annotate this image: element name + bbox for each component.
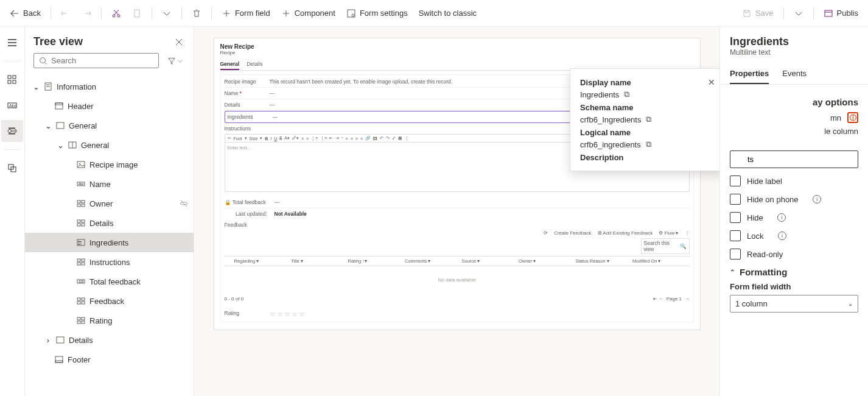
component-button[interactable]: Component xyxy=(276,5,340,22)
tree-item-instructions[interactable]: Instructions xyxy=(25,252,194,272)
col-status-reason[interactable]: Status Reason ▾ xyxy=(576,258,633,264)
tree-item-feedback[interactable]: Feedback xyxy=(25,291,194,311)
save-chevron[interactable] xyxy=(789,5,808,22)
tree-item-general-tab[interactable]: ⌄General xyxy=(25,116,194,135)
publish-button[interactable]: Publis xyxy=(819,5,863,22)
copy-icon[interactable]: ⧉ xyxy=(646,140,651,149)
copy-icon[interactable]: ⧉ xyxy=(624,90,629,99)
field-total-feedback[interactable]: 🔒 Total feedback--- xyxy=(225,197,690,208)
col-comments[interactable]: Comments ▾ xyxy=(405,258,462,264)
star-rating[interactable]: ☆☆☆☆☆ xyxy=(270,310,306,318)
col-owner[interactable]: Owner ▾ xyxy=(519,258,576,264)
rail-libraries[interactable] xyxy=(1,157,23,179)
tree-item-total-feedback[interactable]: 123Total feedback xyxy=(25,272,194,291)
tree-search-input[interactable] xyxy=(51,56,153,65)
rail-menu[interactable] xyxy=(1,32,23,54)
pop-close[interactable]: ✕ xyxy=(708,77,715,87)
col-modified-on[interactable]: Modified On ▾ xyxy=(632,258,690,264)
svg-rect-29 xyxy=(77,220,80,222)
tree-item-header[interactable]: Header xyxy=(25,96,194,116)
library-icon xyxy=(7,163,18,174)
rail-components[interactable] xyxy=(1,69,23,91)
grid-search[interactable]: Search this view🔍 xyxy=(641,238,690,254)
switch-classic-button[interactable]: Switch to classic xyxy=(414,5,481,21)
info-icon[interactable]: i xyxy=(778,232,786,240)
svg-point-4 xyxy=(352,14,354,16)
col-title[interactable]: Title ▾ xyxy=(291,258,348,264)
svg-rect-42 xyxy=(77,298,80,300)
rp-tab-events[interactable]: Events xyxy=(782,64,807,84)
tree: ⌄Information Header ⌄General ⌄General Re… xyxy=(25,74,194,396)
rail-text[interactable]: Abc xyxy=(1,94,23,116)
tree-search[interactable] xyxy=(33,53,159,68)
grid-more[interactable]: ⋮ xyxy=(685,230,690,236)
svg-rect-5 xyxy=(825,10,832,16)
grid-empty: No data available xyxy=(225,266,690,294)
text-icon: Abc xyxy=(7,100,18,111)
svg-text:Abc: Abc xyxy=(79,182,84,186)
toolbar: Back Form field Component Form settings … xyxy=(0,0,868,27)
svg-rect-32 xyxy=(82,224,85,226)
tree-item-details[interactable]: Details xyxy=(25,213,194,233)
grid-create[interactable]: Create Feedback xyxy=(554,230,591,236)
chk-hide-label[interactable]: Hide label xyxy=(730,175,858,186)
rp-tab-properties[interactable]: Properties xyxy=(730,64,769,84)
chk-lock[interactable]: Lock i xyxy=(730,230,858,241)
chk-hide-on-phone[interactable]: Hide on phone i xyxy=(730,194,858,205)
tree-item-ingredients[interactable]: AbcdefIngredients xyxy=(25,233,194,252)
form-settings-button[interactable]: Form settings xyxy=(341,5,413,22)
svg-rect-44 xyxy=(77,302,80,304)
tree-item-footer[interactable]: Footer xyxy=(25,350,194,369)
chk-hide[interactable]: Hide i xyxy=(730,212,858,223)
svg-rect-30 xyxy=(82,220,85,222)
form-field-width-select[interactable]: 1 column ⌄ xyxy=(730,295,858,313)
canvas-tab-general[interactable]: General xyxy=(220,59,240,70)
tree-item-details-tab[interactable]: ›Details xyxy=(25,330,194,350)
grid-refresh[interactable]: ⟳ xyxy=(544,230,548,236)
cut-button[interactable] xyxy=(107,5,126,22)
grid-add-existing[interactable]: ⊞ Add Existing Feedback xyxy=(598,230,653,236)
chk-read-only[interactable]: Read-only xyxy=(730,249,858,260)
delete-button[interactable] xyxy=(187,5,206,22)
back-button[interactable]: Back xyxy=(5,5,46,22)
form-field-button[interactable]: Form field xyxy=(217,5,275,22)
info-icon[interactable]: i xyxy=(777,213,786,222)
chevron-down-icon xyxy=(177,58,183,64)
svg-rect-8 xyxy=(8,80,11,83)
canvas-tab-details[interactable]: Details xyxy=(247,59,262,70)
properties-panel: Ingredients Multiline text Properties Ev… xyxy=(719,27,868,396)
copy-icon[interactable]: ⧉ xyxy=(646,115,651,124)
svg-text:def: def xyxy=(78,242,82,246)
more-chevron[interactable] xyxy=(157,5,177,22)
tree-item-information[interactable]: ⌄Information xyxy=(25,77,194,96)
tree-item-general-section[interactable]: ⌄General xyxy=(25,135,194,155)
svg-point-0 xyxy=(113,15,115,17)
tree-close[interactable] xyxy=(173,36,185,48)
info-icon[interactable]: ⓘ xyxy=(847,112,858,123)
svg-rect-47 xyxy=(82,317,85,320)
form-icon xyxy=(43,82,53,91)
field-rating[interactable]: Rating ☆☆☆☆☆ xyxy=(225,308,690,320)
save-button[interactable]: Save xyxy=(737,5,779,22)
info-icon[interactable]: i xyxy=(813,195,821,203)
col-source[interactable]: Source ▾ xyxy=(462,258,519,264)
col-rating[interactable]: Rating ↑▾ xyxy=(348,258,405,264)
svg-rect-36 xyxy=(77,259,80,261)
undo-button[interactable] xyxy=(56,5,75,22)
tree-item-owner[interactable]: Owner xyxy=(25,194,194,213)
tree-item-rating[interactable]: Rating xyxy=(25,311,194,330)
tree-item-recipe-image[interactable]: Recipe image xyxy=(25,155,194,174)
pop-display-name: Ingredients xyxy=(580,90,619,99)
paste-button[interactable] xyxy=(127,5,147,22)
chevron-up-icon[interactable]: ⌃ xyxy=(730,269,735,275)
grid-flow[interactable]: ⚙ Flow ▾ xyxy=(659,230,678,236)
rail-tree[interactable] xyxy=(1,120,23,142)
redo-button[interactable] xyxy=(77,5,96,22)
tree-filter[interactable] xyxy=(164,54,187,68)
col-regarding[interactable]: Regarding ▾ xyxy=(234,258,292,264)
save-icon xyxy=(742,9,752,18)
label-input[interactable] xyxy=(730,150,858,168)
svg-rect-6 xyxy=(8,76,11,79)
rp-section-display: ay options xyxy=(813,97,858,107)
tree-item-name[interactable]: AbcName xyxy=(25,174,194,194)
